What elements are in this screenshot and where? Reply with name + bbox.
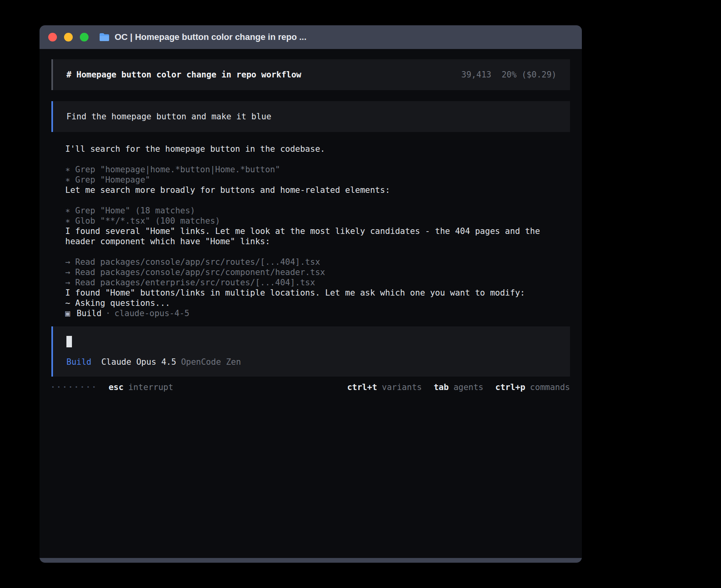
keyhint-commands: ctrl+p commands xyxy=(495,382,570,392)
agent-status-line: ▣Build·claude-opus-4-5 xyxy=(65,308,569,318)
assistant-text: I found "Home" buttons/links in multiple… xyxy=(65,288,569,298)
tool-call-grep: ∗ Grep "Homepage" xyxy=(65,175,569,185)
tool-call-grep: ∗ Grep "Home" (18 matches) xyxy=(65,205,569,216)
keyhint-interrupt: esc interrupt xyxy=(109,382,174,392)
text-cursor xyxy=(66,336,72,347)
input-status-line: BuildClaude Opus 4.5OpenCode Zen xyxy=(66,357,557,367)
assistant-text: I found several "Home" links. Let me loo… xyxy=(65,226,569,247)
zoom-button[interactable] xyxy=(80,33,89,41)
user-message: Find the homepage button and make it blu… xyxy=(51,101,570,132)
keyhint-key: ctrl+p xyxy=(495,382,525,392)
keyhint-label: agents xyxy=(453,382,483,392)
keyhint-key: esc xyxy=(109,382,124,392)
tool-call-group: → Read packages/console/app/src/routes/[… xyxy=(65,257,569,288)
status-bar-right: ctrl+t variants tab agents ctrl+p comman… xyxy=(347,382,570,392)
prompt-input[interactable]: BuildClaude Opus 4.5OpenCode Zen xyxy=(51,326,570,377)
tool-call-read: → Read packages/console/app/src/routes/[… xyxy=(65,257,569,267)
model-name: Claude Opus 4.5 xyxy=(101,357,176,367)
keyhint-label: commands xyxy=(530,382,570,392)
keyhint-label: variants xyxy=(382,382,422,392)
user-message-text: Find the homepage button and make it blu… xyxy=(66,112,271,121)
build-agent-icon: ▣ xyxy=(65,309,70,318)
agent-model: claude-opus-4-5 xyxy=(115,309,190,318)
agent-mode-label: Build xyxy=(66,357,91,367)
keyhint-key: ctrl+t xyxy=(347,382,377,392)
token-count: 39,413 xyxy=(461,70,491,80)
terminal-window: OC | Homepage button color change in rep… xyxy=(40,25,582,563)
window-title: OC | Homepage button color change in rep… xyxy=(115,32,306,42)
provider-name: OpenCode Zen xyxy=(181,357,241,367)
titlebar[interactable]: OC | Homepage button color change in rep… xyxy=(40,25,582,49)
close-button[interactable] xyxy=(48,33,57,41)
session-stats: 39,413 20% ($0.29) xyxy=(461,70,557,80)
tool-call-glob: ∗ Glob "**/*.tsx" (100 matches) xyxy=(65,216,569,226)
session-header: # Homepage button color change in repo w… xyxy=(51,59,570,90)
keyhint-agents: tab agents xyxy=(434,382,483,392)
assistant-text: I'll search for the homepage button in t… xyxy=(65,144,569,154)
session-title: # Homepage button color change in repo w… xyxy=(66,70,301,80)
minimize-button[interactable] xyxy=(64,33,73,41)
agent-name: Build xyxy=(77,309,102,318)
tool-call-group: ∗ Grep "homepage|home.*button|Home.*butt… xyxy=(65,164,569,185)
status-bar-left: •••••••• esc interrupt xyxy=(51,382,173,392)
tool-call-grep: ∗ Grep "homepage|home.*button|Home.*butt… xyxy=(65,164,569,175)
keyhint-variants: ctrl+t variants xyxy=(347,382,422,392)
status-bar: •••••••• esc interrupt ctrl+t variants t… xyxy=(51,382,570,392)
assistant-status-text: ~ Asking questions... xyxy=(65,298,569,308)
terminal-content: # Homepage button color change in repo w… xyxy=(40,49,582,558)
tool-call-group: ∗ Grep "Home" (18 matches) ∗ Glob "**/*.… xyxy=(65,205,569,226)
keyhint-key: tab xyxy=(434,382,449,392)
context-usage: 20% ($0.29) xyxy=(502,70,557,80)
tool-call-read: → Read packages/enterprise/src/routes/[.… xyxy=(65,277,569,288)
spinner-dots: •••••••• xyxy=(51,382,98,392)
conversation: I'll search for the homepage button in t… xyxy=(51,144,570,318)
assistant-text: Let me search more broadly for buttons a… xyxy=(65,185,569,195)
folder-icon xyxy=(99,33,110,41)
keyhint-label: interrupt xyxy=(128,382,174,392)
tool-call-read: → Read packages/console/app/src/componen… xyxy=(65,267,569,277)
agent-separator: · xyxy=(106,309,111,318)
